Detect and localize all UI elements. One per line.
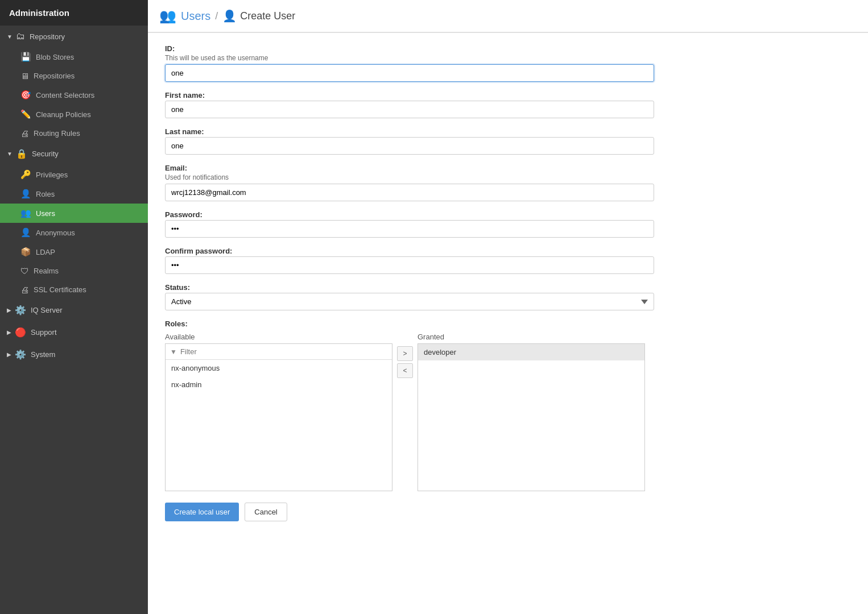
available-roles-col: Available ▼ nx-anonymous nx-admin	[165, 333, 392, 491]
email-field-group: Email: Used for notifications	[165, 164, 643, 201]
form-buttons: Create local user Cancel	[165, 503, 643, 521]
sidebar-group-support[interactable]: ▶ 🔴 Support	[0, 321, 148, 343]
id-input[interactable]	[165, 64, 654, 82]
filter-icon: ▼	[170, 348, 177, 356]
status-select[interactable]: Active Disabled	[165, 293, 654, 310]
sidebar-item-content-selectors-label: Content Selectors	[36, 91, 94, 99]
roles-icon: 👤	[20, 189, 31, 199]
sidebar-item-ldap-label: LDAP	[36, 248, 55, 256]
roles-label: Roles:	[165, 320, 643, 328]
sidebar-section-security: ▼ 🔒 Security 🔑 Privileges 👤 Roles 👥 User…	[0, 143, 148, 299]
id-hint: This will be used as the username	[165, 54, 643, 62]
sidebar-item-anonymous[interactable]: 👤 Anonymous	[0, 223, 148, 242]
status-field-group: Status: Active Disabled	[165, 283, 643, 310]
sidebar-group-system[interactable]: ▶ ⚙️ System	[0, 343, 148, 366]
anonymous-icon: 👤	[20, 227, 31, 238]
sidebar-group-support-label: Support	[31, 328, 57, 337]
password-label: Password:	[165, 210, 643, 219]
sidebar-item-roles[interactable]: 👤 Roles	[0, 184, 148, 204]
repositories-icon: 🖥	[20, 71, 29, 81]
lastname-label: Last name:	[165, 127, 643, 136]
support-arrow-icon: ▶	[7, 329, 11, 335]
granted-roles-col: Granted developer	[418, 333, 645, 491]
sidebar-item-ssl-certificates[interactable]: 🖨 SSL Certificates	[0, 280, 148, 299]
available-roles-list: ▼ nx-anonymous nx-admin	[165, 343, 392, 491]
sidebar-item-cleanup-policies-label: Cleanup Policies	[36, 110, 91, 119]
available-role-nx-anonymous[interactable]: nx-anonymous	[166, 360, 392, 376]
sidebar-item-repositories-label: Repositories	[34, 72, 75, 80]
sidebar-group-system-label: System	[31, 350, 55, 359]
iq-arrow-icon: ▶	[7, 307, 11, 313]
sidebar-group-security-label: Security	[32, 150, 59, 158]
email-input[interactable]	[165, 184, 654, 201]
sidebar-title: Administration	[0, 0, 148, 26]
sidebar-section-iq-server: ▶ ⚙️ IQ Server	[0, 299, 148, 321]
lastname-input[interactable]	[165, 137, 654, 155]
sidebar-section-repository: ▼ 🗂 Repository 💾 Blob Stores 🖥 Repositor…	[0, 26, 148, 143]
sidebar-group-repository[interactable]: ▼ 🗂 Repository	[0, 26, 148, 47]
lastname-field-group: Last name:	[165, 127, 643, 155]
sidebar-item-routing-rules[interactable]: 🖨 Routing Rules	[0, 124, 148, 143]
sidebar-item-ssl-certificates-label: SSL Certificates	[34, 285, 86, 294]
cancel-button[interactable]: Cancel	[245, 503, 287, 521]
move-left-button[interactable]: <	[397, 363, 413, 378]
sidebar-item-ldap[interactable]: 📦 LDAP	[0, 242, 148, 262]
security-arrow-icon: ▼	[7, 151, 13, 157]
password-field-group: Password:	[165, 210, 643, 238]
iq-server-icon: ⚙️	[15, 305, 26, 316]
create-user-form: ID: This will be used as the username Fi…	[148, 33, 660, 533]
id-label: ID:	[165, 44, 643, 53]
ssl-icon: 🖨	[20, 285, 29, 294]
available-label: Available	[165, 333, 392, 341]
sidebar-item-users[interactable]: 👥 Users	[0, 204, 148, 223]
sidebar: Administration ▼ 🗂 Repository 💾 Blob Sto…	[0, 0, 148, 614]
roles-filter-input[interactable]	[180, 347, 387, 356]
sidebar-group-iq-server-label: IQ Server	[31, 306, 63, 314]
sidebar-item-privileges-label: Privileges	[36, 171, 68, 179]
sidebar-group-iq-server[interactable]: ▶ ⚙️ IQ Server	[0, 299, 148, 321]
firstname-field-group: First name:	[165, 91, 643, 118]
sidebar-item-cleanup-policies[interactable]: ✏️ Cleanup Policies	[0, 105, 148, 124]
granted-role-developer[interactable]: developer	[418, 344, 644, 360]
security-icon: 🔒	[16, 148, 27, 159]
create-user-icon: 👤	[222, 9, 237, 23]
sidebar-section-support: ▶ 🔴 Support	[0, 321, 148, 343]
users-icon: 👥	[20, 208, 31, 218]
sidebar-item-realms-label: Realms	[34, 267, 59, 275]
granted-roles-list: developer	[418, 343, 645, 491]
sidebar-group-security[interactable]: ▼ 🔒 Security	[0, 143, 148, 165]
status-label: Status:	[165, 283, 643, 292]
password-input[interactable]	[165, 220, 654, 238]
sidebar-item-users-label: Users	[36, 209, 55, 218]
users-breadcrumb-icon: 👥	[159, 8, 176, 24]
realms-icon: 🛡	[20, 266, 29, 276]
sidebar-item-realms[interactable]: 🛡 Realms	[0, 262, 148, 280]
routing-rules-icon: 🖨	[20, 128, 29, 138]
available-role-nx-admin[interactable]: nx-admin	[166, 376, 392, 393]
firstname-input[interactable]	[165, 101, 654, 118]
system-arrow-icon: ▶	[7, 351, 11, 358]
email-hint: Used for notifications	[165, 173, 643, 181]
sidebar-group-repository-label: Repository	[30, 32, 65, 41]
roles-section: Roles: Available ▼ nx-anonymous nx-admin	[165, 320, 643, 491]
ldap-icon: 📦	[20, 247, 31, 257]
main-content: 👥 Users / 👤 Create User ID: This will be…	[148, 0, 868, 614]
repository-icon: 🗂	[16, 31, 25, 42]
id-field-group: ID: This will be used as the username	[165, 44, 643, 82]
breadcrumb-separator: /	[215, 10, 218, 22]
sidebar-item-repositories[interactable]: 🖥 Repositories	[0, 67, 148, 85]
sidebar-item-content-selectors[interactable]: 🎯 Content Selectors	[0, 85, 148, 105]
confirm-password-label: Confirm password:	[165, 247, 643, 255]
roles-columns: Available ▼ nx-anonymous nx-admin > <	[165, 333, 643, 491]
sidebar-item-blob-stores-label: Blob Stores	[36, 53, 74, 61]
roles-transfer-buttons: > <	[392, 346, 418, 378]
email-label: Email:	[165, 164, 643, 172]
sidebar-item-privileges[interactable]: 🔑 Privileges	[0, 165, 148, 184]
create-local-user-button[interactable]: Create local user	[165, 503, 239, 521]
confirm-password-input[interactable]	[165, 256, 654, 274]
breadcrumb-current-label: Create User	[240, 10, 295, 22]
breadcrumb-users-link[interactable]: Users	[181, 10, 210, 23]
sidebar-section-system: ▶ ⚙️ System	[0, 343, 148, 366]
move-right-button[interactable]: >	[397, 346, 413, 361]
sidebar-item-blob-stores[interactable]: 💾 Blob Stores	[0, 47, 148, 67]
